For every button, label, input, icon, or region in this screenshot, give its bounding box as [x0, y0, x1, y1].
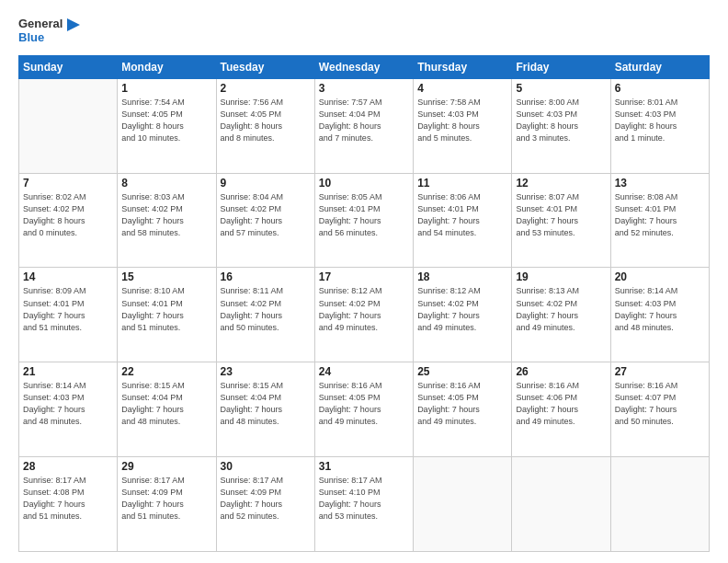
day-cell: 16Sunrise: 8:11 AM Sunset: 4:02 PM Dayli… — [216, 268, 314, 362]
day-number: 2 — [221, 82, 311, 95]
svg-marker-0 — [67, 18, 80, 31]
day-info: Sunrise: 8:11 AM Sunset: 4:02 PM Dayligh… — [221, 285, 311, 333]
day-cell: 5Sunrise: 8:00 AM Sunset: 4:03 PM Daylig… — [512, 78, 610, 173]
day-cell: 27Sunrise: 8:16 AM Sunset: 4:07 PM Dayli… — [610, 362, 709, 457]
day-cell: 1Sunrise: 7:54 AM Sunset: 4:05 PM Daylig… — [118, 78, 216, 173]
weekday-tuesday: Tuesday — [216, 55, 314, 78]
day-info: Sunrise: 8:05 AM Sunset: 4:01 PM Dayligh… — [319, 191, 409, 239]
day-info: Sunrise: 7:57 AM Sunset: 4:04 PM Dayligh… — [319, 97, 409, 144]
header: General Blue — [18, 17, 710, 46]
day-number: 5 — [516, 82, 606, 95]
week-row-3: 14Sunrise: 8:09 AM Sunset: 4:01 PM Dayli… — [19, 268, 710, 362]
day-cell: 23Sunrise: 8:15 AM Sunset: 4:04 PM Dayli… — [216, 362, 314, 457]
day-number: 16 — [221, 270, 311, 283]
weekday-monday: Monday — [118, 55, 216, 78]
day-cell — [19, 78, 118, 173]
day-number: 12 — [516, 177, 606, 190]
day-cell: 8Sunrise: 8:03 AM Sunset: 4:02 PM Daylig… — [118, 173, 216, 268]
day-info: Sunrise: 8:16 AM Sunset: 4:06 PM Dayligh… — [516, 380, 606, 428]
day-number: 11 — [417, 177, 507, 190]
day-cell: 10Sunrise: 8:05 AM Sunset: 4:01 PM Dayli… — [314, 173, 413, 268]
day-info: Sunrise: 8:15 AM Sunset: 4:04 PM Dayligh… — [221, 380, 311, 428]
weekday-saturday: Saturday — [610, 55, 709, 78]
day-number: 9 — [221, 177, 311, 190]
day-info: Sunrise: 7:54 AM Sunset: 4:05 PM Dayligh… — [121, 97, 211, 144]
day-number: 17 — [319, 270, 409, 283]
day-number: 10 — [319, 177, 409, 190]
day-cell: 26Sunrise: 8:16 AM Sunset: 4:06 PM Dayli… — [512, 362, 610, 457]
day-info: Sunrise: 8:17 AM Sunset: 4:09 PM Dayligh… — [121, 475, 211, 523]
day-number: 15 — [121, 270, 211, 283]
day-cell: 18Sunrise: 8:12 AM Sunset: 4:02 PM Dayli… — [414, 268, 512, 362]
day-info: Sunrise: 8:16 AM Sunset: 4:07 PM Dayligh… — [615, 380, 705, 428]
day-cell: 24Sunrise: 8:16 AM Sunset: 4:05 PM Dayli… — [314, 362, 413, 457]
day-number: 24 — [319, 365, 409, 378]
logo-text: General Blue — [18, 17, 84, 46]
day-info: Sunrise: 8:04 AM Sunset: 4:02 PM Dayligh… — [221, 191, 311, 239]
day-info: Sunrise: 8:15 AM Sunset: 4:04 PM Dayligh… — [121, 380, 211, 428]
day-number: 31 — [319, 460, 409, 473]
week-row-4: 21Sunrise: 8:14 AM Sunset: 4:03 PM Dayli… — [19, 362, 710, 457]
day-info: Sunrise: 8:08 AM Sunset: 4:01 PM Dayligh… — [615, 191, 705, 239]
day-number: 8 — [121, 177, 211, 190]
day-info: Sunrise: 8:16 AM Sunset: 4:05 PM Dayligh… — [417, 380, 507, 428]
day-info: Sunrise: 8:06 AM Sunset: 4:01 PM Dayligh… — [417, 191, 507, 239]
day-number: 22 — [121, 365, 211, 378]
day-info: Sunrise: 8:03 AM Sunset: 4:02 PM Dayligh… — [121, 191, 211, 239]
weekday-wednesday: Wednesday — [314, 55, 413, 78]
day-number: 4 — [417, 82, 507, 95]
day-number: 3 — [319, 82, 409, 95]
day-cell — [512, 457, 610, 552]
day-number: 26 — [516, 365, 606, 378]
day-info: Sunrise: 8:16 AM Sunset: 4:05 PM Dayligh… — [319, 380, 409, 428]
day-cell: 30Sunrise: 8:17 AM Sunset: 4:09 PM Dayli… — [216, 457, 314, 552]
day-number: 19 — [516, 270, 606, 283]
day-info: Sunrise: 8:13 AM Sunset: 4:02 PM Dayligh… — [516, 285, 606, 333]
day-info: Sunrise: 8:07 AM Sunset: 4:01 PM Dayligh… — [516, 191, 606, 239]
page: General Blue SundayMondayTuesdayWednesda… — [0, 0, 728, 563]
day-cell: 20Sunrise: 8:14 AM Sunset: 4:03 PM Dayli… — [610, 268, 709, 362]
day-info: Sunrise: 8:14 AM Sunset: 4:03 PM Dayligh… — [23, 380, 113, 428]
day-number: 25 — [417, 365, 507, 378]
day-info: Sunrise: 8:12 AM Sunset: 4:02 PM Dayligh… — [319, 285, 409, 333]
day-cell: 11Sunrise: 8:06 AM Sunset: 4:01 PM Dayli… — [414, 173, 512, 268]
day-cell — [610, 457, 709, 552]
day-info: Sunrise: 8:17 AM Sunset: 4:09 PM Dayligh… — [221, 475, 311, 523]
day-cell: 7Sunrise: 8:02 AM Sunset: 4:02 PM Daylig… — [19, 173, 118, 268]
calendar-table: SundayMondayTuesdayWednesdayThursdayFrid… — [18, 55, 710, 552]
day-info: Sunrise: 8:12 AM Sunset: 4:02 PM Dayligh… — [417, 285, 507, 333]
day-number: 14 — [23, 270, 113, 283]
day-number: 13 — [615, 177, 705, 190]
weekday-friday: Friday — [512, 55, 610, 78]
day-cell: 6Sunrise: 8:01 AM Sunset: 4:03 PM Daylig… — [610, 78, 709, 173]
day-info: Sunrise: 7:56 AM Sunset: 4:05 PM Dayligh… — [221, 97, 311, 144]
day-number: 6 — [615, 82, 705, 95]
day-cell — [414, 457, 512, 552]
day-number: 21 — [23, 365, 113, 378]
day-cell: 29Sunrise: 8:17 AM Sunset: 4:09 PM Dayli… — [118, 457, 216, 552]
day-cell: 17Sunrise: 8:12 AM Sunset: 4:02 PM Dayli… — [314, 268, 413, 362]
day-info: Sunrise: 8:17 AM Sunset: 4:10 PM Dayligh… — [319, 475, 409, 523]
day-info: Sunrise: 8:01 AM Sunset: 4:03 PM Dayligh… — [615, 97, 705, 144]
day-number: 18 — [417, 270, 507, 283]
day-cell: 25Sunrise: 8:16 AM Sunset: 4:05 PM Dayli… — [414, 362, 512, 457]
day-number: 27 — [615, 365, 705, 378]
day-cell: 13Sunrise: 8:08 AM Sunset: 4:01 PM Dayli… — [610, 173, 709, 268]
day-info: Sunrise: 8:14 AM Sunset: 4:03 PM Dayligh… — [615, 285, 705, 333]
day-info: Sunrise: 8:02 AM Sunset: 4:02 PM Dayligh… — [23, 191, 113, 239]
day-cell: 12Sunrise: 8:07 AM Sunset: 4:01 PM Dayli… — [512, 173, 610, 268]
day-cell: 3Sunrise: 7:57 AM Sunset: 4:04 PM Daylig… — [314, 78, 413, 173]
day-cell: 14Sunrise: 8:09 AM Sunset: 4:01 PM Dayli… — [19, 268, 118, 362]
day-info: Sunrise: 7:58 AM Sunset: 4:03 PM Dayligh… — [417, 97, 507, 144]
weekday-sunday: Sunday — [19, 55, 118, 78]
day-number: 23 — [221, 365, 311, 378]
day-info: Sunrise: 8:17 AM Sunset: 4:08 PM Dayligh… — [23, 475, 113, 523]
weekday-header-row: SundayMondayTuesdayWednesdayThursdayFrid… — [19, 55, 710, 78]
logo: General Blue — [18, 17, 84, 46]
week-row-2: 7Sunrise: 8:02 AM Sunset: 4:02 PM Daylig… — [19, 173, 710, 268]
weekday-thursday: Thursday — [414, 55, 512, 78]
day-number: 20 — [615, 270, 705, 283]
day-cell: 21Sunrise: 8:14 AM Sunset: 4:03 PM Dayli… — [19, 362, 118, 457]
week-row-5: 28Sunrise: 8:17 AM Sunset: 4:08 PM Dayli… — [19, 457, 710, 552]
day-cell: 28Sunrise: 8:17 AM Sunset: 4:08 PM Dayli… — [19, 457, 118, 552]
